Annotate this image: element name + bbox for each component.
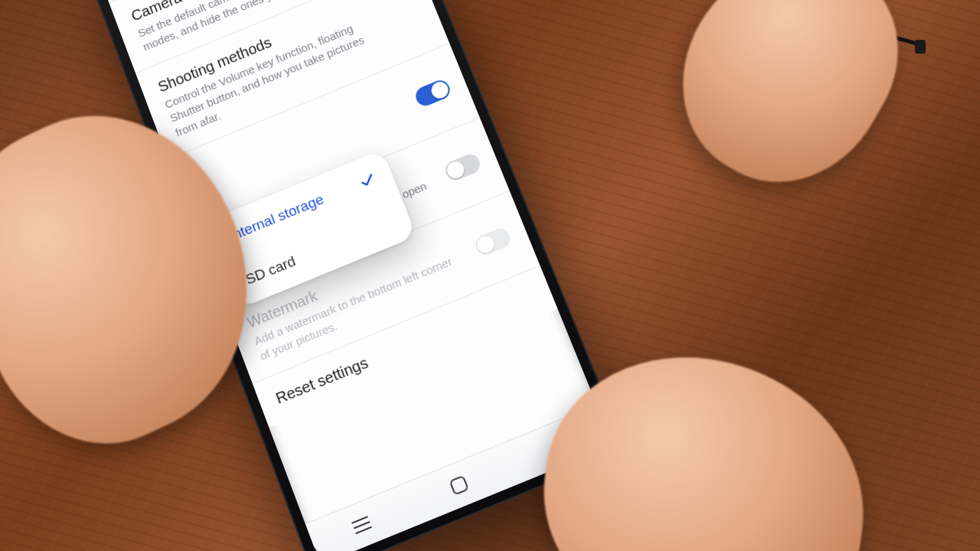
phone-frame: Location tags Add tags to your pictures … <box>85 0 628 551</box>
hand-overlay <box>645 0 932 218</box>
check-icon <box>357 169 378 191</box>
back-icon <box>545 434 567 457</box>
svg-rect-0 <box>915 40 926 54</box>
nav-back-button[interactable] <box>528 422 583 469</box>
recent-apps-icon <box>354 520 371 528</box>
nav-home-button[interactable] <box>431 461 486 509</box>
phone-screen: Location tags Add tags to your pictures … <box>98 0 613 551</box>
home-icon <box>449 474 469 495</box>
popup-option-label: SD card <box>243 253 298 288</box>
nav-recent-button[interactable] <box>335 501 390 549</box>
cable-prop <box>758 23 926 77</box>
storage-location-toggle[interactable] <box>413 77 453 109</box>
